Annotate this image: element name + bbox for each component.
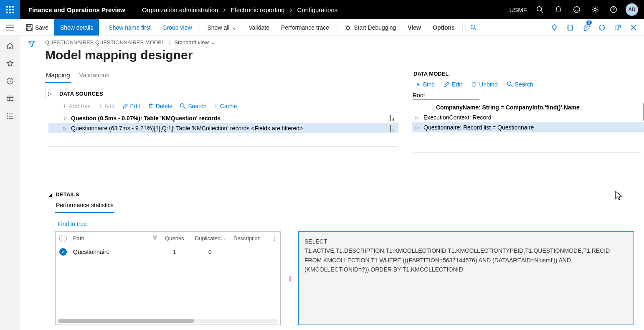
row-checkbox[interactable] [59, 248, 67, 256]
delete-button[interactable]: Delete [145, 102, 175, 111]
svg-rect-37 [7, 96, 13, 101]
svg-point-49 [507, 82, 511, 86]
hamburger-icon[interactable] [0, 19, 20, 36]
top-bar: Finance and Operations Preview Organizat… [0, 0, 644, 19]
breadcrumb-item[interactable]: Electronic reporting [231, 6, 284, 13]
home-icon[interactable] [5, 41, 15, 51]
dm-row-label: ExecutionContext: Record [423, 114, 492, 121]
svg-line-10 [541, 11, 543, 13]
tab-mapping[interactable]: Mapping [45, 70, 71, 83]
show-all-dropdown[interactable]: Show all ⌄ [202, 19, 243, 36]
expand-datasources[interactable]: ▷ [45, 89, 54, 98]
select-all-checkbox[interactable] [59, 235, 67, 242]
company-label[interactable]: USMF [506, 6, 531, 13]
search-icon[interactable] [531, 0, 549, 19]
sparkline-icon [390, 125, 396, 132]
waffle-icon[interactable] [0, 0, 20, 19]
dm-row[interactable]: ▷ Questionnaire: Record list = Questionn… [412, 122, 644, 132]
svg-point-40 [7, 114, 8, 114]
datasources-title: DATA SOURCES [59, 91, 103, 97]
svg-point-29 [471, 25, 475, 29]
view-selector[interactable]: Standard view ⌄ [174, 39, 215, 46]
collapse-details-icon[interactable]: ◢ [48, 192, 52, 198]
svg-point-44 [7, 118, 8, 119]
find-in-tree-link[interactable]: Find in tree [48, 213, 641, 230]
col-path[interactable]: Path [71, 235, 150, 241]
cell-duplicated: 0 [189, 249, 231, 255]
config-path: QUESTIONNAIRES QUESTIONNAIRES MODEL [45, 39, 165, 46]
breadcrumb-item[interactable]: Organization administration [142, 6, 218, 13]
attach-icon[interactable]: 0 [579, 19, 593, 36]
view-menu[interactable]: View [402, 19, 427, 36]
avatar[interactable]: AD [623, 0, 641, 19]
gear-icon[interactable] [586, 0, 604, 19]
add-button[interactable]: +Add [96, 102, 117, 111]
svg-rect-21 [28, 25, 31, 27]
unbind-button[interactable]: Unbind [469, 80, 500, 89]
datamodel-title: DATA MODEL [410, 70, 644, 79]
dm-search-button[interactable]: Search [505, 80, 536, 89]
sparkline-icon [390, 115, 396, 121]
chevron-right-icon: ▷ [62, 126, 68, 131]
star-icon[interactable] [5, 58, 15, 69]
bind-button[interactable]: Bind [413, 80, 437, 89]
column-filter-icon[interactable] [152, 235, 157, 241]
diamond-icon[interactable] [547, 19, 561, 36]
search-button[interactable]: Search [177, 102, 209, 111]
svg-point-9 [537, 7, 542, 11]
validate-button[interactable]: Validate [243, 19, 275, 36]
smile-icon[interactable] [568, 0, 586, 19]
col-description[interactable]: Description [231, 235, 269, 241]
refresh-icon[interactable] [595, 19, 609, 36]
svg-line-25 [345, 27, 346, 27]
help-icon[interactable] [605, 0, 622, 19]
tab-validations[interactable]: Validations [79, 70, 110, 83]
horizontal-scrollbar[interactable] [58, 319, 278, 323]
svg-point-12 [576, 9, 576, 9]
dm-edit-button[interactable]: Edit [441, 80, 464, 89]
save-button[interactable]: Save [20, 19, 54, 36]
performance-trace-button[interactable]: Performance trace [275, 19, 335, 36]
svg-rect-6 [6, 12, 8, 13]
clock-icon[interactable] [5, 76, 15, 86]
svg-line-28 [350, 29, 350, 29]
action-search-icon[interactable] [464, 19, 483, 36]
attach-badge: 0 [586, 20, 592, 25]
col-duplicated[interactable]: Duplicated... [189, 235, 231, 241]
cache-button[interactable]: +Cache [212, 102, 240, 111]
dm-row-label: Questionnaire: Record list = Questionnai… [423, 124, 534, 131]
svg-rect-3 [6, 9, 8, 10]
svg-line-47 [184, 107, 185, 109]
tab-performance-statistics[interactable]: Performance statistics [55, 200, 114, 213]
workspace-icon[interactable] [5, 94, 15, 104]
tree-row[interactable]: ▿ Question (0.5ms - 0.07%): Table 'KMQue… [48, 113, 398, 123]
grid-row[interactable]: Questionnaire 1 0 [56, 245, 280, 259]
more-columns-icon[interactable]: ⋮ [269, 235, 280, 241]
svg-point-14 [594, 8, 596, 10]
tree-row-label: Questionnaire (63.7ms - 9.21%)[1][Q:1]: … [71, 125, 303, 132]
bell-icon[interactable] [550, 0, 567, 19]
show-details-button[interactable]: Show details [54, 19, 99, 36]
dm-row[interactable]: ▷ ExecutionContext: Record [412, 112, 644, 122]
col-queries[interactable]: Queries [160, 235, 189, 241]
breadcrumb-item[interactable]: Configurations [297, 6, 338, 13]
dm-row[interactable]: CompanyName: String = CompanyInfo.'find(… [412, 102, 644, 112]
options-menu[interactable]: Options [427, 19, 461, 36]
show-name-first-button[interactable]: Show name first [103, 19, 156, 36]
cell-path: Questionnaire [71, 249, 150, 255]
group-view-button[interactable]: Group view [157, 19, 198, 36]
filter-icon[interactable] [28, 40, 35, 330]
edit-button[interactable]: Edit [120, 102, 143, 111]
chevron-down-icon: ⌄ [210, 39, 215, 46]
svg-point-13 [578, 9, 578, 9]
details-title: DETAILS [56, 191, 79, 198]
popout-icon[interactable] [611, 19, 625, 36]
modules-icon[interactable] [5, 111, 15, 121]
book-icon[interactable] [563, 19, 577, 36]
tree-row[interactable]: ▷ Questionnaire (63.7ms - 9.21%)[1][Q:1]… [48, 123, 398, 133]
start-debugging-button[interactable]: Start Debugging [339, 19, 402, 36]
close-icon[interactable] [626, 19, 641, 36]
splitter-handle[interactable]: || [287, 231, 292, 325]
sql-preview[interactable]: SELECT T1.ACTIVE,T1.DESCRIPTION,T1.KMCOL… [298, 231, 634, 325]
add-root-button[interactable]: +Add root [60, 102, 93, 111]
